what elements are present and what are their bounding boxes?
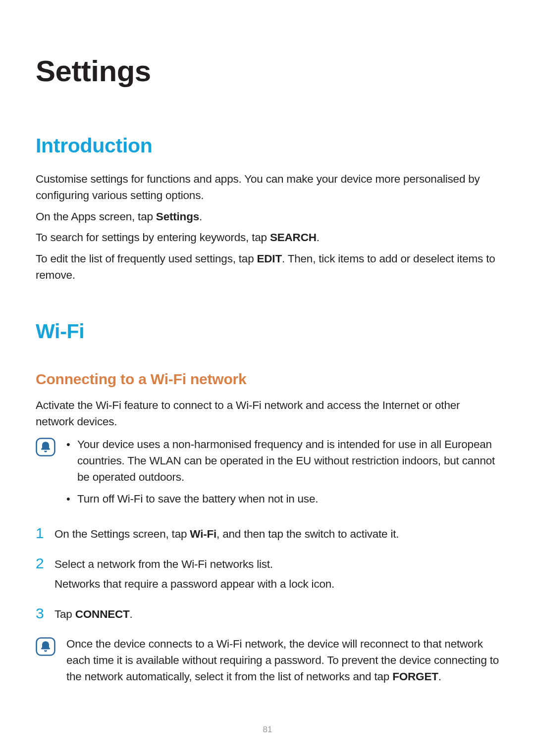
settings-label: Settings [156, 210, 199, 223]
step-2-line-1: Select a network from the Wi-Fi networks… [54, 556, 500, 573]
bell-icon [36, 637, 55, 656]
step-body: On the Settings screen, tap Wi-Fi, and t… [54, 526, 500, 547]
bell-icon [36, 438, 55, 456]
text: Tap [54, 608, 75, 620]
text: , and then tap the switch to activate it… [216, 528, 399, 540]
step-number: 2 [36, 556, 48, 571]
edit-label: EDIT [257, 252, 282, 265]
note-content: Once the device connects to a Wi-Fi netw… [66, 636, 500, 685]
page-number: 81 [0, 724, 535, 736]
note-bullet-2: Turn off Wi-Fi to save the battery when … [66, 491, 500, 507]
text: On the Apps screen, tap [36, 210, 156, 223]
connect-label: CONNECT [75, 608, 130, 620]
intro-paragraph-1: Customise settings for functions and app… [36, 171, 500, 203]
note-bullet-1: Your device uses a non-harmonised freque… [66, 437, 500, 485]
step-1: 1 On the Settings screen, tap Wi-Fi, and… [36, 526, 500, 547]
step-2: 2 Select a network from the Wi-Fi networ… [36, 556, 500, 597]
intro-paragraph-3: To search for settings by entering keywo… [36, 230, 500, 246]
step-body: Tap CONNECT. [54, 606, 500, 627]
page-content: Settings Introduction Customise settings… [0, 0, 535, 709]
forget-label: FORGET [392, 670, 438, 683]
section-heading-wifi: Wi-Fi [36, 317, 500, 346]
step-3: 3 Tap CONNECT. [36, 606, 500, 627]
text: . [317, 231, 320, 244]
text: . [438, 670, 441, 683]
wifi-label: Wi-Fi [190, 528, 216, 540]
intro-paragraph-4: To edit the list of frequently used sett… [36, 251, 500, 283]
note-content: Your device uses a non-harmonised freque… [66, 437, 500, 513]
page-title: Settings [36, 50, 500, 93]
text: To edit the list of frequently used sett… [36, 252, 257, 265]
intro-paragraph-2: On the Apps screen, tap Settings. [36, 209, 500, 225]
text: . [199, 210, 202, 223]
step-body: Select a network from the Wi-Fi networks… [54, 556, 500, 597]
search-label: SEARCH [270, 231, 317, 244]
text: . [130, 608, 133, 620]
subsection-heading-connecting: Connecting to a Wi-Fi network [36, 368, 500, 390]
text: On the Settings screen, tap [54, 528, 190, 540]
wifi-paragraph-1: Activate the Wi-Fi feature to connect to… [36, 398, 500, 430]
step-number: 1 [36, 526, 48, 541]
step-2-line-2: Networks that require a password appear … [54, 576, 500, 593]
steps-list: 1 On the Settings screen, tap Wi-Fi, and… [36, 526, 500, 627]
step-number: 3 [36, 606, 48, 621]
section-heading-introduction: Introduction [36, 131, 500, 160]
text: To search for settings by entering keywo… [36, 231, 270, 244]
note-callout: Your device uses a non-harmonised freque… [36, 437, 500, 513]
note-callout: Once the device connects to a Wi-Fi netw… [36, 636, 500, 685]
